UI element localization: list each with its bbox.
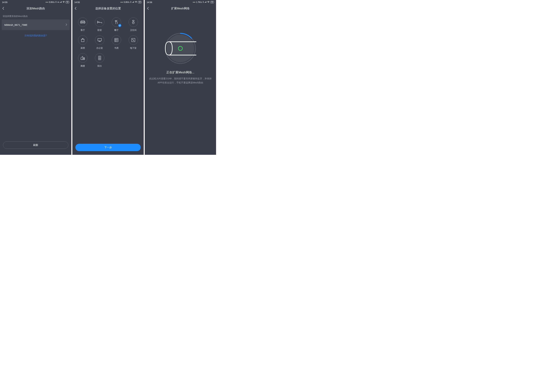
location-label: 办公室 <box>96 46 103 50</box>
location-label: 阳台 <box>98 65 102 67</box>
page-title: 扩展Mesh网络 <box>171 7 190 10</box>
status-time: 14:55 <box>74 1 80 4</box>
back-button[interactable] <box>2 7 6 10</box>
svg-point-10 <box>208 2 208 3</box>
bluetooth-icon <box>202 1 204 4</box>
status-right: ••• 1.7K/s 58 <box>193 1 214 4</box>
back-button[interactable] <box>147 7 150 10</box>
status-right: ••• 0.0K/s 58 <box>120 1 142 4</box>
location-grid: 客厅 卧室 餐厅 卫生间 厨房 <box>74 12 142 67</box>
location-attic[interactable]: 阁楼 <box>75 53 90 67</box>
stairs-down-icon <box>131 38 135 42</box>
battery-icon: 58 <box>65 1 69 3</box>
refresh-label: 刷新 <box>33 144 38 147</box>
check-icon <box>118 24 121 27</box>
progress-ring <box>164 33 196 64</box>
location-balcony[interactable]: 阳台 <box>92 53 107 67</box>
location-bedroom[interactable]: 卧室 <box>92 17 107 32</box>
screen-select-location: 14:55 ••• 0.0K/s 58 选择设备放置的位置 客厅 卧室 <box>72 0 144 155</box>
door-icon <box>98 56 101 60</box>
screen-add-router: 14:55 ••• 0.0K/s HD 58 添加Mesh路由 请选择要添加的M… <box>0 0 71 155</box>
svg-rect-6 <box>98 39 102 41</box>
svg-point-1 <box>136 2 136 3</box>
location-bathroom[interactable]: 卫生间 <box>126 17 141 32</box>
status-net: 0.0K/s <box>49 1 55 3</box>
bookshelf-icon <box>114 38 118 42</box>
location-kitchen[interactable]: 厨房 <box>75 35 90 50</box>
svg-rect-3 <box>80 22 85 23</box>
signal-bars-icon <box>132 1 134 3</box>
status-bar: 14:55 ••• 0.0K/s HD 58 <box>0 0 71 4</box>
location-label: 地下室 <box>130 46 136 50</box>
wifi-icon <box>62 1 65 3</box>
router-list-item[interactable]: MiMesh_8671_798E <box>2 20 70 30</box>
status-net: 0.0K/s <box>124 1 130 3</box>
page-title: 添加Mesh路由 <box>26 7 45 10</box>
location-label: 阁楼 <box>81 65 85 67</box>
status-title: 正在扩展Mesh网络... <box>145 70 216 74</box>
status-bar: 14:55 ••• 0.0K/s 58 <box>72 0 144 4</box>
status-time: 14:55 <box>2 1 7 4</box>
svg-rect-4 <box>132 20 134 21</box>
next-button[interactable]: 下一步 <box>75 144 141 151</box>
status-bar: 14:56 ••• 1.7K/s 58 <box>145 0 216 4</box>
hint-text: 请选择要添加的Mesh路由 <box>2 12 70 20</box>
location-label: 书房 <box>114 46 119 50</box>
signal-bars-icon <box>204 1 207 3</box>
location-office[interactable]: 办公室 <box>92 35 107 50</box>
location-label: 厨房 <box>81 46 85 50</box>
location-study[interactable]: 书房 <box>109 35 124 50</box>
refresh-button[interactable]: 刷新 <box>3 141 68 149</box>
monitor-icon <box>97 38 102 42</box>
location-label: 卧室 <box>98 29 102 32</box>
location-label: 餐厅 <box>114 29 119 32</box>
bed-icon <box>97 20 102 24</box>
more-icon: ••• <box>193 1 195 3</box>
location-livingroom[interactable]: 客厅 <box>75 17 90 32</box>
status-time: 14:56 <box>147 1 152 4</box>
sofa-icon <box>80 20 85 24</box>
screen-extending: 14:56 ••• 1.7K/s 58 扩展Mesh网络 <box>145 0 216 155</box>
svg-point-0 <box>64 2 64 3</box>
toilet-icon <box>132 20 135 24</box>
utensils-icon <box>115 20 118 24</box>
signal-bars-icon <box>60 1 62 3</box>
nav-bar: 添加Mesh路由 <box>0 4 71 12</box>
router-name: MiMesh_8671_798E <box>4 23 27 26</box>
location-label: 卫生间 <box>130 29 136 32</box>
signal-icon: HD <box>57 1 59 3</box>
battery-icon: 58 <box>138 1 142 3</box>
nav-bar: 扩展Mesh网络 <box>145 4 216 12</box>
bluetooth-icon <box>55 1 57 4</box>
bluetooth-icon <box>130 1 131 4</box>
svg-rect-2 <box>81 21 84 22</box>
attic-icon <box>80 56 85 60</box>
nav-bar: 选择设备放置的位置 <box>72 4 144 12</box>
location-label: 客厅 <box>81 29 85 32</box>
pot-icon <box>81 38 85 42</box>
next-label: 下一步 <box>104 146 112 149</box>
wifi-icon <box>135 1 137 3</box>
status-right: ••• 0.0K/s HD 58 <box>46 1 69 4</box>
not-found-link[interactable]: 没有找到我的路由器? <box>2 34 70 37</box>
back-button[interactable] <box>75 7 78 10</box>
svg-rect-5 <box>81 39 84 42</box>
wifi-icon <box>207 1 209 3</box>
status-net: 1.7K/s <box>196 1 202 3</box>
more-icon: ••• <box>120 1 123 3</box>
svg-point-13 <box>178 46 182 50</box>
more-icon: ••• <box>46 1 48 3</box>
location-basement[interactable]: 地下室 <box>126 35 141 50</box>
chevron-right-icon <box>66 23 67 26</box>
page-title: 选择设备放置的位置 <box>95 7 121 10</box>
status-desc: 此过程大约需要2分钟，期间请不要关闭屏幕和蓝牙，并保持APP在前台运行，手机不要… <box>145 77 216 85</box>
battery-icon: 58 <box>210 1 214 3</box>
router-device-icon <box>164 34 196 62</box>
svg-rect-8 <box>132 38 135 42</box>
progress-container <box>145 33 216 64</box>
location-diningroom[interactable]: 餐厅 <box>109 17 124 32</box>
